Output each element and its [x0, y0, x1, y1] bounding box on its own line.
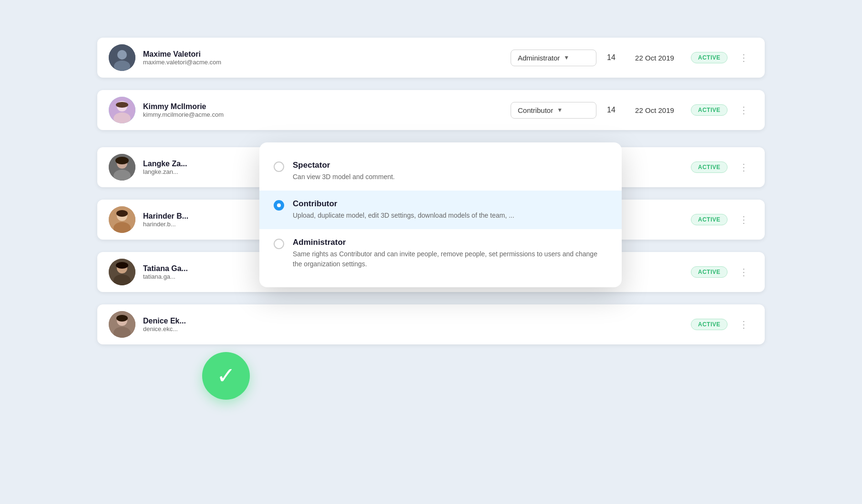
more-menu-tatiana[interactable]: ⋮	[735, 265, 753, 279]
status-badge-denice: ACTIVE	[691, 319, 728, 330]
count-maxime: 14	[604, 53, 618, 62]
avatar-langke	[109, 154, 135, 181]
status-badge-kimmy: ACTIVE	[691, 104, 728, 116]
role-title-spectator: Spectator	[293, 161, 607, 170]
more-menu-maxime[interactable]: ⋮	[735, 51, 753, 64]
user-email-kimmy: kimmy.mcilmorie@acme.com	[143, 111, 503, 118]
more-menu-kimmy[interactable]: ⋮	[735, 103, 753, 117]
user-email-denice: denice.ekc...	[143, 325, 200, 333]
status-badge-langke: ACTIVE	[691, 161, 728, 173]
user-row-denice: Denice Ek... denice.ekc... ACTIVE ⋮	[97, 304, 765, 344]
radio-administrator[interactable]	[274, 239, 284, 249]
avatar-kimmy	[109, 97, 135, 123]
role-title-contributor: Contributor	[293, 199, 607, 209]
user-name-kimmy: Kimmy McIlmorie	[143, 102, 503, 111]
checkmark-icon: ✓	[216, 364, 236, 387]
user-info-denice: Denice Ek... denice.ekc...	[143, 317, 410, 333]
user-info-kimmy: Kimmy McIlmorie kimmy.mcilmorie@acme.com	[143, 102, 503, 118]
status-badge-harinder: ACTIVE	[691, 214, 728, 225]
date-maxime: 22 Oct 2019	[626, 54, 683, 62]
radio-contributor[interactable]	[274, 200, 284, 211]
user-email-tatiana: tatiana.ga...	[143, 273, 200, 280]
more-menu-langke[interactable]: ⋮	[735, 161, 753, 174]
user-email-langke: langke.zan...	[143, 168, 200, 175]
more-menu-harinder[interactable]: ⋮	[735, 213, 753, 226]
more-menu-denice[interactable]: ⋮	[735, 318, 753, 331]
role-dropdown-kimmy[interactable]: Contributor ▼	[511, 102, 596, 119]
svg-point-10	[115, 157, 129, 164]
role-title-administrator: Administrator	[293, 238, 607, 247]
avatar-maxime	[109, 44, 135, 71]
role-option-spectator[interactable]: Spectator Can view 3D model and comment.	[259, 152, 622, 191]
user-row-maxime: Maxime Valetori maxime.valetori@acme.com…	[97, 38, 765, 78]
svg-point-18	[116, 262, 128, 269]
avatar-denice	[109, 311, 135, 338]
role-text-spectator: Spectator Can view 3D model and comment.	[293, 161, 607, 182]
avatar-harinder	[109, 206, 135, 233]
user-name-langke: Langke Za...	[143, 160, 200, 168]
date-kimmy: 22 Oct 2019	[626, 106, 683, 114]
count-kimmy: 14	[604, 106, 618, 114]
svg-point-6	[116, 102, 128, 108]
svg-point-22	[116, 315, 128, 322]
role-option-administrator[interactable]: Administrator Same rights as Contributor…	[259, 229, 622, 278]
user-email-maxime: maxime.valetori@acme.com	[143, 59, 503, 66]
radio-spectator[interactable]	[274, 161, 284, 172]
user-name-maxime: Maxime Valetori	[143, 50, 503, 59]
chevron-down-icon: ▼	[564, 54, 589, 61]
success-badge: ✓	[202, 352, 250, 400]
svg-point-14	[116, 210, 128, 217]
role-text-administrator: Administrator Same rights as Contributor…	[293, 238, 607, 269]
user-name-tatiana: Tatiana Ga...	[143, 264, 200, 273]
user-row-kimmy: Kimmy McIlmorie kimmy.mcilmorie@acme.com…	[97, 90, 765, 130]
chevron-down-icon: ▼	[557, 107, 589, 113]
role-selection-popup: Spectator Can view 3D model and comment.…	[259, 142, 622, 287]
role-desc-administrator: Same rights as Contributor and can invit…	[293, 249, 607, 269]
role-dropdown-maxime[interactable]: Administrator ▼	[511, 50, 596, 66]
user-email-harinder: harinder.b...	[143, 221, 200, 228]
user-name-harinder: Harinder B...	[143, 212, 200, 221]
role-desc-contributor: Upload, duplicate model, edit 3D setting…	[293, 211, 607, 221]
user-info-maxime: Maxime Valetori maxime.valetori@acme.com	[143, 50, 503, 66]
avatar-tatiana	[109, 259, 135, 285]
role-desc-spectator: Can view 3D model and comment.	[293, 172, 607, 182]
role-option-contributor[interactable]: Contributor Upload, duplicate model, edi…	[259, 191, 622, 229]
svg-point-1	[117, 50, 127, 60]
role-text-contributor: Contributor Upload, duplicate model, edi…	[293, 199, 607, 221]
status-badge-maxime: ACTIVE	[691, 52, 728, 63]
status-badge-tatiana: ACTIVE	[691, 266, 728, 278]
user-name-denice: Denice Ek...	[143, 317, 200, 325]
